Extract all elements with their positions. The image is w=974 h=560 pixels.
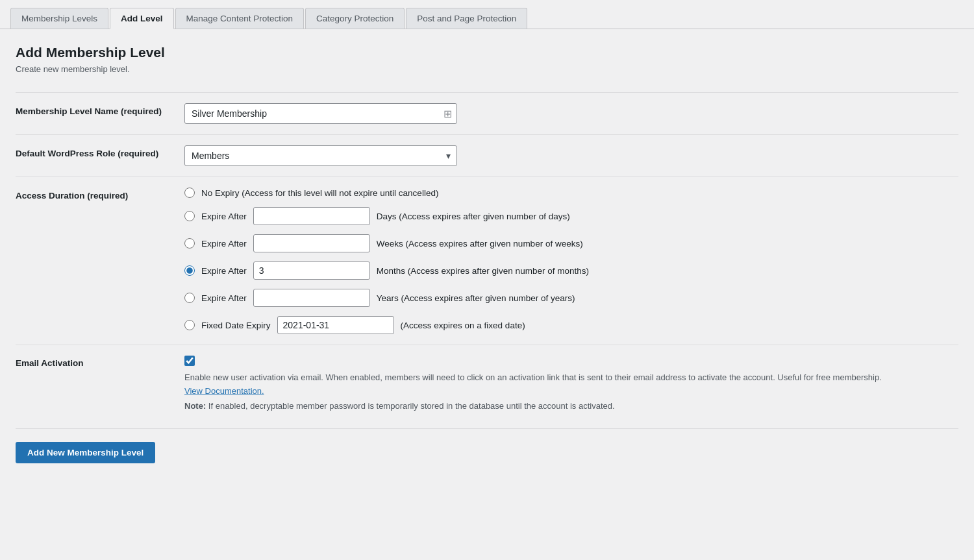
expire-years-prefix: Expire After — [201, 293, 247, 303]
table-icon: ⊞ — [443, 108, 452, 120]
email-activation-description: Enable new user activation via email. Wh… — [184, 371, 899, 398]
no-expiry-row: No Expiry (Access for this level will no… — [184, 188, 958, 198]
expire-weeks-prefix: Expire After — [201, 239, 247, 249]
fixed-date-input[interactable] — [277, 316, 394, 334]
expire-months-radio[interactable] — [184, 265, 195, 276]
no-expiry-radio[interactable] — [184, 188, 195, 198]
no-expiry-label: No Expiry (Access for this level will no… — [201, 188, 438, 198]
access-duration-label: Access Duration (required) — [16, 188, 184, 202]
membership-level-name-field: ⊞ — [184, 103, 958, 124]
default-role-field: Members Subscriber Contributor Author Ed… — [184, 145, 958, 166]
expire-years-input[interactable] — [253, 289, 370, 307]
expire-months-input[interactable] — [253, 262, 370, 280]
expire-days-label: Days (Access expires after given number … — [377, 212, 570, 221]
expire-years-label: Years (Access expires after given number… — [377, 293, 575, 303]
default-role-select[interactable]: Members Subscriber Contributor Author Ed… — [184, 145, 457, 166]
tab-manage-content-protection[interactable]: Manage Content Protection — [175, 8, 304, 29]
expire-weeks-row: Expire After Weeks (Access expires after… — [184, 234, 958, 252]
fixed-date-row: Fixed Date Expiry (Access expires on a f… — [184, 316, 958, 334]
page-title: Add Membership Level — [16, 45, 958, 60]
default-role-select-wrapper: Members Subscriber Contributor Author Ed… — [184, 145, 457, 166]
fixed-date-radio[interactable] — [184, 320, 195, 330]
expire-days-prefix: Expire After — [201, 212, 247, 221]
fixed-date-prefix: Fixed Date Expiry — [201, 321, 271, 330]
tab-membership-levels[interactable]: Membership Levels — [10, 8, 108, 29]
membership-level-name-wrapper: ⊞ — [184, 103, 457, 124]
view-documentation-link[interactable]: View Documentation. — [184, 386, 264, 396]
expire-days-radio[interactable] — [184, 211, 195, 221]
email-activation-row: Email Activation Enable new user activat… — [16, 345, 958, 423]
fixed-date-label: (Access expires on a fixed date) — [401, 321, 525, 330]
expire-weeks-input[interactable] — [253, 234, 370, 252]
expire-months-prefix: Expire After — [201, 266, 247, 276]
email-activation-label: Email Activation — [16, 356, 184, 368]
email-activation-field: Enable new user activation via email. Wh… — [184, 356, 958, 413]
membership-level-name-label: Membership Level Name (required) — [16, 103, 184, 118]
expire-weeks-label: Weeks (Access expires after given number… — [377, 239, 583, 249]
page-subtitle: Create new membership level. — [16, 64, 958, 74]
tab-category-protection[interactable]: Category Protection — [305, 8, 405, 29]
access-duration-field: No Expiry (Access for this level will no… — [184, 188, 958, 334]
submit-section: Add New Membership Level — [16, 428, 958, 463]
expire-years-radio[interactable] — [184, 293, 195, 303]
expire-months-label: Months (Access expires after given numbe… — [377, 266, 589, 276]
membership-level-name-input[interactable] — [184, 103, 457, 124]
membership-level-name-row: Membership Level Name (required) ⊞ — [16, 92, 958, 134]
email-activation-checkbox[interactable] — [184, 356, 195, 366]
tab-post-and-page-protection[interactable]: Post and Page Protection — [406, 8, 527, 29]
expire-weeks-radio[interactable] — [184, 238, 195, 249]
email-activation-note: Note: If enabled, decryptable member pas… — [184, 400, 899, 413]
expire-years-row: Expire After Years (Access expires after… — [184, 289, 958, 307]
expire-days-row: Expire After Days (Access expires after … — [184, 207, 958, 225]
tab-add-level[interactable]: Add Level — [110, 8, 174, 29]
default-role-label: Default WordPress Role (required) — [16, 145, 184, 160]
default-role-row: Default WordPress Role (required) Member… — [16, 134, 958, 177]
page-content: Add Membership Level Create new membersh… — [0, 29, 974, 489]
expire-months-row: Expire After Months (Access expires afte… — [184, 262, 958, 280]
expire-days-input[interactable] — [253, 207, 370, 225]
access-duration-radio-group: No Expiry (Access for this level will no… — [184, 188, 958, 334]
tabs-navigation: Membership Levels Add Level Manage Conte… — [0, 0, 974, 29]
add-membership-level-button[interactable]: Add New Membership Level — [16, 442, 155, 463]
access-duration-row: Access Duration (required) No Expiry (Ac… — [16, 177, 958, 345]
